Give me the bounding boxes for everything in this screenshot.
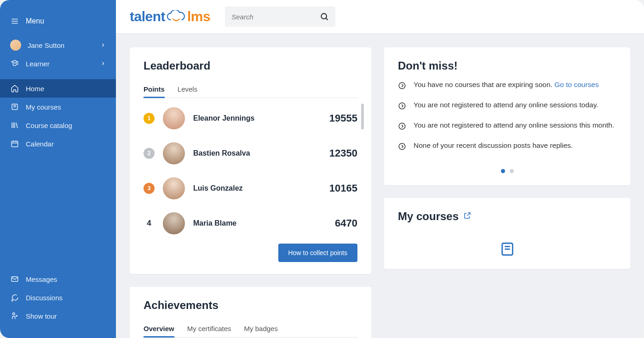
sidebar-item-discussions[interactable]: Discussions [0,288,116,307]
sidebar-item-label: My courses [26,103,61,111]
sidebar-item-course-catalog[interactable]: Course catalog [0,116,116,134]
go-to-courses-link[interactable]: Go to courses [554,81,599,88]
tour-icon [10,311,19,321]
main: talent lms Leaderboard Point [116,0,644,338]
svg-line-13 [326,18,328,20]
sidebar-role[interactable]: Learner [0,54,116,73]
sidebar-item-label: Home [26,85,44,93]
dont-miss-text: You have no courses that are expiring so… [414,81,599,89]
sidebar-nav: Home My courses Course catalog Calendar [0,79,116,153]
tab-levels[interactable]: Levels [178,81,197,98]
leaderboard-card: Leaderboard Points Levels 1 Eleanor Jenn… [130,47,371,274]
sidebar-item-label: Messages [26,275,57,283]
sidebar-item-show-tour[interactable]: Show tour [0,307,116,325]
home-icon [10,84,19,93]
arrow-circle-icon [398,142,406,151]
sidebar-item-label: Discussions [26,294,63,302]
leaderboard-points: 10165 [329,182,357,194]
dont-miss-list: You have no courses that are expiring so… [398,81,616,151]
achievements-title: Achievements [144,299,357,312]
external-link-icon[interactable] [463,211,472,221]
sidebar-item-label: Calendar [26,140,54,148]
my-courses-card: My courses [384,198,630,269]
sidebar-item-label: Course catalog [26,122,72,129]
mail-icon [10,274,19,284]
left-column: Leaderboard Points Levels 1 Eleanor Jenn… [130,47,371,338]
svg-point-14 [399,83,405,89]
app-root: Menu Jane Sutton Learner [0,0,644,338]
svg-point-12 [322,14,327,19]
tab-points[interactable]: Points [144,81,165,98]
avatar-icon [163,212,185,234]
chevron-right-icon [100,60,106,68]
leaderboard-points: 6470 [335,217,357,229]
role-label: Learner [26,60,50,68]
arrow-circle-icon [398,122,406,130]
dont-miss-title: Don't miss! [398,59,616,72]
sidebar-item-messages[interactable]: Messages [0,270,116,288]
sidebar-user[interactable]: Jane Sutton [0,36,116,54]
tab-my-certificates[interactable]: My certificates [187,320,231,337]
achievements-card: Achievements Overview My certificates My… [130,287,371,338]
arrow-circle-icon [398,82,406,90]
sidebar-item-calendar[interactable]: Calendar [0,134,116,153]
learner-icon [10,59,19,68]
catalog-icon [10,121,19,130]
leaderboard-row[interactable]: 3 Luis Gonzalez 10165 [144,171,357,206]
leaderboard-list[interactable]: 1 Eleanor Jennings 19555 2 Bastien Rosal… [144,101,357,241]
user-name: Jane Sutton [28,41,64,49]
svg-point-15 [399,103,405,110]
svg-point-17 [399,144,405,150]
dot[interactable] [501,169,505,173]
rank-badge: 3 [144,183,155,194]
search-input[interactable] [231,13,320,21]
dont-miss-item: You have no courses that are expiring so… [398,81,616,90]
book-icon [10,102,19,111]
leaderboard-row[interactable]: 1 Eleanor Jennings 19555 [144,101,357,136]
search-box[interactable] [225,6,335,27]
dont-miss-item: You are not registered to attend any onl… [398,101,616,110]
dont-miss-item: None of your recent discussion posts hav… [398,141,616,151]
topbar: talent lms [116,0,644,34]
course-placeholder-icon [398,241,616,257]
my-courses-title: My courses [398,210,459,223]
my-courses-header: My courses [398,210,616,223]
search-icon[interactable] [320,12,329,21]
hamburger-icon [10,17,19,26]
logo[interactable]: talent lms [130,9,210,24]
sidebar-bottom: Messages Discussions Show tour [0,270,116,330]
leaderboard-row[interactable]: 2 Bastien Rosalva 12350 [144,136,357,171]
tab-my-badges[interactable]: My badges [244,320,278,337]
right-column: Don't miss! You have no courses that are… [384,47,630,338]
dont-miss-item: You are not registered to attend any onl… [398,121,616,130]
leaderboard-tabs: Points Levels [144,81,357,98]
dont-miss-text: None of your recent discussion posts hav… [414,141,573,150]
avatar-icon [163,142,185,164]
dot[interactable] [510,169,514,173]
leaderboard-name: Luis Gonzalez [193,184,243,192]
menu-toggle[interactable]: Menu [0,8,116,36]
pagination-dots [398,169,616,173]
rank-badge: 2 [144,148,155,159]
avatar-icon [163,107,185,129]
logo-text-a: talent [130,9,165,24]
chat-icon [10,293,19,302]
content: Leaderboard Points Levels 1 Eleanor Jenn… [116,34,644,338]
avatar-icon [10,40,21,51]
menu-label: Menu [26,17,44,25]
leaderboard-name: Maria Blame [193,219,236,227]
calendar-icon [10,139,19,148]
rank-badge: 4 [144,218,155,229]
sidebar-item-my-courses[interactable]: My courses [0,98,116,116]
achievements-tabs: Overview My certificates My badges [144,320,357,338]
dont-miss-card: Don't miss! You have no courses that are… [384,47,630,185]
collect-points-button[interactable]: How to collect points [278,244,357,262]
leaderboard-row[interactable]: 4 Maria Blame 6470 [144,206,357,241]
leaderboard-name: Bastien Rosalva [193,149,250,157]
dont-miss-text: You are not registered to attend any onl… [414,101,598,109]
sidebar-item-home[interactable]: Home [0,79,116,98]
tab-overview[interactable]: Overview [144,320,174,337]
arrow-circle-icon [398,102,406,110]
svg-point-11 [13,313,15,315]
leaderboard-title: Leaderboard [144,59,357,72]
